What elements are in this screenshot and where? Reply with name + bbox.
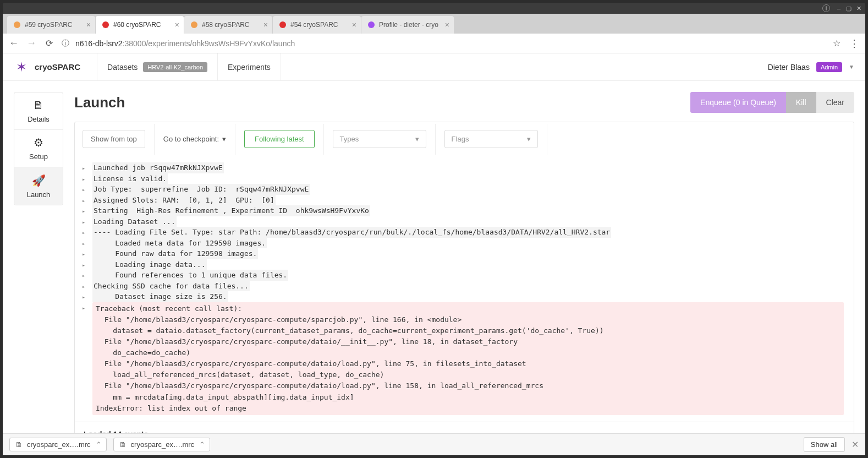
enqueue-button[interactable]: Enqueue (0 in Queue): [690, 92, 786, 113]
title-actions: Enqueue (0 in Queue) Kill Clear: [690, 92, 854, 113]
log-line: Loaded meta data for 129598 images.: [92, 238, 267, 249]
user-menu-caret-icon[interactable]: ▼: [849, 64, 854, 70]
log-expand-icon[interactable]: ▸: [80, 216, 87, 226]
log-line: Dataset image size is 256.: [92, 291, 228, 302]
chrome-menu-icon[interactable]: ⋮: [848, 37, 861, 50]
log-expand-icon[interactable]: ▸: [80, 259, 87, 269]
page-viewport[interactable]: ✶ cryoSPARC Datasets HRV2-all-K2_carbon …: [3, 53, 865, 455]
tab-label: #60 cryoSPARC: [113, 21, 161, 29]
log-line: Launched job rSqqw47mRkNJXpvwE: [92, 162, 224, 173]
log-line: Loading Dataset ...: [92, 216, 177, 227]
tab-favicon-icon: [191, 21, 197, 28]
nav-experiments[interactable]: Experiments: [218, 53, 281, 81]
site-info-icon[interactable]: ⓘ: [60, 39, 71, 48]
bookmark-icon[interactable]: ☆: [830, 38, 843, 48]
sidebar-item-launch[interactable]: 🚀 Launch: [14, 167, 63, 205]
rocket-icon: 🚀: [32, 174, 46, 187]
log-line: Assigned Slots: RAM: [0, 1, 2] GPU: [0]: [92, 195, 276, 206]
chevron-up-icon[interactable]: ⌃: [199, 440, 205, 449]
url-path: :38000/experiments/ohk9wsWsH9FvYxvKo/lau…: [123, 39, 295, 48]
sidebar-item-setup[interactable]: ⚙ Setup: [14, 130, 63, 167]
log-error-block: Traceback (most recent call last): File …: [92, 302, 844, 415]
log-panel: Show from top Go to checkpoint: ▾ Follow…: [74, 122, 854, 447]
log-expand-icon[interactable]: ▸: [80, 162, 87, 172]
browser-toolbar: ← → ⟳ ⓘ n616-db-lsrv2:38000/experiments/…: [3, 34, 865, 53]
brand-logo-icon: ✶: [14, 59, 29, 75]
log-toolbar: Show from top Go to checkpoint: ▾ Follow…: [75, 122, 854, 156]
log-expand-icon[interactable]: ▸: [80, 270, 87, 280]
url-host: n616-db-lsrv2: [75, 39, 123, 48]
os-maximize-button[interactable]: ▢: [844, 4, 853, 13]
close-download-bar-icon[interactable]: ✕: [851, 439, 859, 450]
tab-label: Profile - dieter - cryo: [379, 21, 438, 29]
log-expand-icon[interactable]: ▸: [80, 195, 87, 205]
goto-checkpoint-dropdown[interactable]: Go to checkpoint: ▾: [163, 135, 226, 143]
reload-button[interactable]: ⟳: [42, 38, 56, 48]
chevron-down-icon: ▾: [527, 135, 531, 143]
log-line: Found references to 1 unique data files.: [92, 270, 288, 281]
log-line: Checking SSD cache for data files...: [92, 281, 250, 292]
log-expand-icon[interactable]: ▸: [80, 291, 87, 301]
tab-close-icon[interactable]: ×: [263, 20, 268, 29]
show-all-downloads-button[interactable]: Show all: [804, 437, 845, 452]
file-icon: 🗎: [33, 99, 44, 112]
download-filename: cryosparc_ex….mrc: [131, 440, 195, 449]
log-line: Job Type: superrefine Job ID: rSqqw47mRk…: [92, 184, 310, 195]
download-chip[interactable]: 🗎 cryosparc_ex….mrc ⌃: [9, 438, 107, 451]
os-close-button[interactable]: ✕: [854, 4, 863, 13]
app-header: ✶ cryoSPARC Datasets HRV2-all-K2_carbon …: [3, 53, 865, 81]
os-indicator-icon: [822, 4, 830, 12]
browser-tab[interactable]: #58 cryoSPARC×: [184, 16, 272, 34]
nav-experiments-label: Experiments: [228, 63, 271, 72]
log-expand-icon[interactable]: ▸: [80, 184, 87, 194]
kill-button[interactable]: Kill: [786, 92, 816, 113]
log-expand-icon[interactable]: ▸: [80, 238, 87, 248]
tab-favicon-icon: [279, 21, 286, 28]
sidebar-item-details[interactable]: 🗎 Details: [14, 92, 63, 130]
file-icon: 🗎: [15, 440, 23, 449]
tab-close-icon[interactable]: ×: [86, 20, 91, 29]
log-expand-icon[interactable]: ▸: [80, 302, 87, 312]
browser-tab-strip: #59 cryoSPARC×#60 cryoSPARC×#58 cryoSPAR…: [3, 14, 865, 34]
brand-name: cryoSPARC: [35, 62, 80, 72]
chevron-down-icon: ▾: [415, 135, 419, 143]
flags-filter-select[interactable]: Flags ▾: [444, 130, 538, 148]
log-expand-icon[interactable]: ▸: [80, 205, 87, 215]
nav-datasets[interactable]: Datasets HRV2-all-K2_carbon: [97, 53, 217, 81]
sidebar-item-setup-label: Setup: [29, 152, 48, 161]
log-expand-icon[interactable]: ▸: [80, 227, 87, 237]
show-from-top-button[interactable]: Show from top: [83, 130, 145, 148]
log-line: ---- Loading File Set. Type: star Path: …: [92, 227, 611, 238]
brand[interactable]: ✶ cryoSPARC: [14, 59, 80, 75]
types-filter-select[interactable]: Types ▾: [333, 130, 426, 148]
side-nav: 🗎 Details ⚙ Setup 🚀 Launch: [14, 92, 63, 205]
log-line: Found raw data for 129598 images.: [92, 248, 258, 259]
back-button[interactable]: ←: [7, 37, 20, 49]
log-expand-icon[interactable]: ▸: [80, 281, 87, 291]
download-filename: cryosparc_ex….mrc: [27, 440, 91, 449]
browser-tab[interactable]: Profile - dieter - cryo×: [361, 16, 454, 34]
tab-close-icon[interactable]: ×: [445, 20, 449, 29]
log-list: ▸Launched job rSqqw47mRkNJXpvwE ▸License…: [75, 156, 854, 422]
log-error-body: File "/home/blaasd3/cryosparc/cryosparc-…: [96, 314, 840, 414]
sidebar-item-details-label: Details: [28, 115, 50, 123]
chevron-up-icon[interactable]: ⌃: [96, 440, 102, 449]
log-line: Starting High-Res Refinement , Experimen…: [92, 205, 370, 216]
browser-tab[interactable]: #59 cryoSPARC×: [7, 16, 95, 34]
browser-tab[interactable]: #60 cryoSPARC×: [96, 16, 184, 34]
following-latest-toggle[interactable]: Following latest: [244, 130, 315, 148]
tab-close-icon[interactable]: ×: [352, 20, 356, 29]
os-minimize-button[interactable]: –: [834, 4, 843, 13]
clear-button[interactable]: Clear: [816, 92, 854, 113]
sidebar-item-launch-label: Launch: [27, 190, 51, 199]
tab-close-icon[interactable]: ×: [175, 20, 179, 29]
tab-favicon-icon: [102, 21, 109, 28]
log-line: Loading image data...: [92, 259, 207, 270]
forward-button[interactable]: →: [25, 37, 38, 49]
browser-tab[interactable]: #54 cryoSPARC×: [273, 16, 361, 34]
address-bar[interactable]: n616-db-lsrv2:38000/experiments/ohk9wsWs…: [75, 39, 826, 48]
log-expand-icon[interactable]: ▸: [80, 173, 87, 183]
log-expand-icon[interactable]: ▸: [80, 248, 87, 258]
os-window-frame: – ▢ ✕ #59 cryoSPARC×#60 cryoSPARC×#58 cr…: [0, 0, 868, 458]
download-chip[interactable]: 🗎 cryosparc_ex….mrc ⌃: [113, 438, 211, 451]
